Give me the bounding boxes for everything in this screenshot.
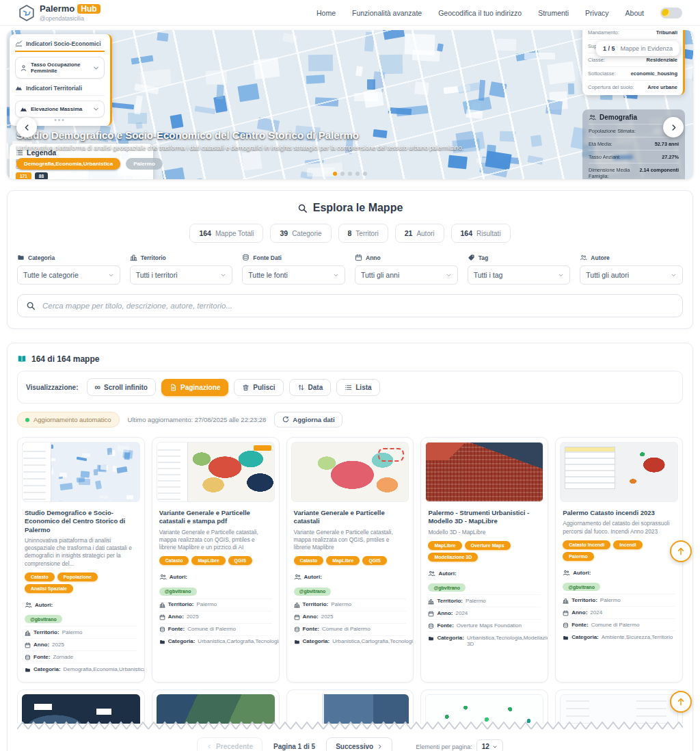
- map-block: [30, 485, 39, 491]
- author-pill[interactable]: @gbvitrano: [294, 588, 332, 596]
- map-card[interactable]: Palermo Catasto incendi 2023Aggiornament…: [555, 437, 683, 683]
- filter-select-fonte-dati[interactable]: Tutte le fonti: [242, 265, 345, 285]
- filter-select-tag[interactable]: Tutti i tag: [468, 265, 571, 285]
- view-button-data[interactable]: Data: [289, 379, 332, 396]
- map-card[interactable]: Variante Generale e Particelle catastali…: [152, 437, 280, 683]
- scroll-top-button[interactable]: [670, 691, 692, 713]
- theme-toggle[interactable]: [660, 8, 682, 18]
- tag-pill[interactable]: Overture Maps: [465, 541, 511, 550]
- meta-row-year: Anno: 2024: [428, 607, 541, 619]
- map-card[interactable]: Variante Generale e Particelle catastali…: [286, 437, 414, 683]
- map-card-preview[interactable]: [555, 689, 683, 724]
- tag-pill[interactable]: Modellazione 3D: [428, 553, 478, 562]
- tag-pill[interactable]: Analisi Spaziale: [25, 584, 73, 593]
- meta-row-territory: Territorio: Palermo: [25, 626, 137, 638]
- tag-pill[interactable]: Catasto: [159, 556, 189, 565]
- filter-select-value: Tutti gli autori: [586, 271, 629, 279]
- carousel-dot-4[interactable]: [355, 172, 360, 176]
- folder-icon: [17, 254, 25, 261]
- filter-select-categoria[interactable]: Tutte le categorie: [17, 265, 120, 285]
- chevron-down-icon: [558, 272, 564, 278]
- stat-value: 164: [199, 229, 211, 237]
- carousel-next-button[interactable]: [663, 117, 684, 137]
- view-button-pulisci[interactable]: Pulisci: [234, 379, 283, 396]
- filter-categoria: CategoriaTutte le categorie: [17, 254, 120, 285]
- tag-pill[interactable]: QGIS: [228, 556, 253, 565]
- nav-item-privacy[interactable]: Privacy: [585, 9, 608, 17]
- map-card-preview[interactable]: [17, 689, 145, 724]
- tag-pill[interactable]: Catasto: [25, 572, 55, 581]
- status-dot: [25, 418, 29, 422]
- carousel-dot-3[interactable]: [348, 172, 352, 176]
- next-page-button[interactable]: Successivo: [326, 737, 392, 751]
- view-button-lista[interactable]: Lista: [336, 379, 379, 396]
- tag-pill[interactable]: Popolazione: [57, 572, 98, 581]
- nav-item-funzionalit-avanzate[interactable]: Funzionalità avanzate: [352, 9, 422, 17]
- tag-pill[interactable]: QGIS: [362, 556, 387, 565]
- carousel-dot-5[interactable]: [363, 172, 367, 176]
- map-card[interactable]: Studio Demografico e Socio-Economico del…: [17, 437, 145, 683]
- tag-pill[interactable]: Catasto: [294, 556, 324, 565]
- filter-select-autore[interactable]: Tutti gli autori: [580, 265, 683, 285]
- refresh-data-button[interactable]: Aggiorna dati: [274, 412, 342, 427]
- map-block: [25, 496, 38, 502]
- map-card-preview[interactable]: [286, 689, 414, 724]
- stat-label: Territori: [355, 230, 378, 237]
- search-input[interactable]: [42, 302, 674, 310]
- db-icon: [242, 254, 250, 261]
- map-card-meta: Autori:@gbvitranoTerritorio: PalermoAnno…: [563, 566, 675, 644]
- tag-pill[interactable]: MapLibre: [191, 556, 225, 565]
- hero-category-tag[interactable]: Demografia,Economia,Urbanistica: [16, 158, 120, 170]
- meta-value: Zornade: [53, 654, 73, 660]
- view-button-paginazione[interactable]: Paginazione: [161, 379, 228, 396]
- map-cards-next-row: [17, 689, 683, 724]
- tag-pill[interactable]: Catasto Incendi: [563, 540, 610, 549]
- filter-select-anno[interactable]: Tutti gli anni: [355, 265, 458, 285]
- hero-territory-tag[interactable]: Palermo: [126, 158, 163, 170]
- author-pill[interactable]: @gbvitrano: [563, 583, 600, 591]
- meta-row-territory: Territorio: Palermo: [428, 594, 541, 607]
- prev-page-button[interactable]: Precedente: [197, 737, 262, 751]
- author-pill[interactable]: @gbvitrano: [25, 615, 62, 623]
- nav-item-geocodifica-il-tuo-indirizzo[interactable]: Geocodifica il tuo indirizzo: [438, 9, 522, 17]
- meta-value: Demografia,Economia,Urbanistica: [64, 666, 145, 672]
- filter-label: Autore: [580, 254, 683, 261]
- tag-pill[interactable]: MapLibre: [428, 541, 461, 550]
- socio-indicator-select[interactable]: Tasso Occupazione Femminile: [15, 57, 105, 79]
- chevron-down-icon: [446, 272, 452, 278]
- info-label: Classe:: [588, 57, 605, 63]
- folder-icon: [563, 635, 569, 641]
- scroll-top-button[interactable]: [670, 540, 692, 562]
- meta-row-source: Fonte: Zornade: [25, 650, 137, 663]
- navbar: Palermo Hub @opendatasicilia HomeFunzion…: [0, 0, 700, 26]
- map-card-preview[interactable]: [420, 689, 548, 724]
- view-button-scroll-infinito[interactable]: ∞Scroll infinito: [87, 378, 156, 396]
- per-page-select[interactable]: 12: [476, 739, 503, 751]
- territorial-indicator-select[interactable]: Elevazione Massima: [15, 101, 105, 118]
- folder-icon: [25, 667, 31, 673]
- tag-pill[interactable]: Palermo: [563, 552, 594, 561]
- map-card-preview[interactable]: [152, 689, 280, 724]
- folder-icon: [428, 635, 434, 642]
- map-card-tags: Catasto IncendiIncendiPalermo: [563, 540, 675, 561]
- nav-item-home[interactable]: Home: [317, 9, 336, 17]
- meta-label: Territorio:: [168, 601, 194, 607]
- meta-value: 2024: [590, 609, 602, 616]
- tag-pill[interactable]: Incendi: [613, 540, 643, 549]
- nav-item-about[interactable]: About: [625, 9, 644, 17]
- map-block: [47, 466, 54, 475]
- stat-pill-categorie: 39Categorie: [270, 224, 331, 243]
- carousel-prev-button[interactable]: [16, 117, 37, 137]
- meta-value: Comune di Palermo: [591, 622, 640, 628]
- carousel-dot-2[interactable]: [340, 172, 345, 176]
- tag-pill[interactable]: MapLibre: [326, 556, 360, 565]
- map-card[interactable]: Palermo - Strumenti Urbanistici - Modell…: [420, 437, 548, 683]
- author-pill[interactable]: @gbvitrano: [428, 583, 466, 592]
- brand-logo[interactable]: Palermo Hub @opendatasicilia: [18, 4, 100, 22]
- info-row: Sottoclasse:economic_housing: [588, 67, 677, 81]
- brand-handle: @opendatasicilia: [40, 15, 100, 22]
- nav-item-strumenti[interactable]: Strumenti: [538, 9, 569, 17]
- carousel-dot-1[interactable]: [333, 172, 337, 176]
- author-pill[interactable]: @gbvitrano: [159, 588, 197, 596]
- filter-select-territorio[interactable]: Tutti i territori: [130, 265, 233, 285]
